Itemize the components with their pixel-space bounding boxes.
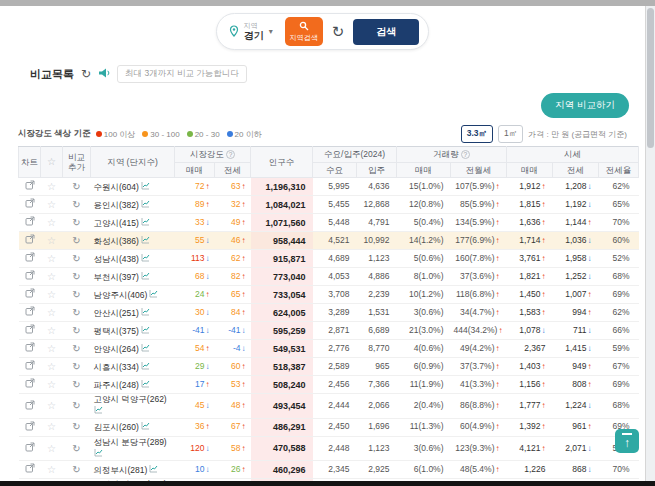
- open-chart-icon[interactable]: [25, 380, 35, 390]
- favorite-star-icon[interactable]: ☆: [47, 379, 56, 390]
- region-selector[interactable]: 지역 경기 ▾: [226, 22, 276, 41]
- open-chart-icon[interactable]: [25, 423, 35, 433]
- favorite-star-icon[interactable]: ☆: [47, 253, 56, 264]
- price-chart-icon[interactable]: [141, 422, 150, 432]
- up-arrow-icon: ↑: [496, 290, 500, 299]
- open-chart-icon[interactable]: [25, 272, 35, 282]
- scrollbar-thumb[interactable]: [647, 8, 654, 148]
- price-chart-icon[interactable]: [149, 290, 158, 300]
- compare-add-icon[interactable]: ↻: [72, 289, 80, 300]
- price-chart-icon[interactable]: [141, 200, 150, 210]
- up-arrow-icon: ↑: [542, 401, 546, 410]
- page: 지역 경기 ▾ 지역검색 ↻ 검색 비교목록 ↻: [0, 6, 645, 481]
- compare-add-icon[interactable]: ↻: [72, 443, 80, 454]
- price-chart-icon[interactable]: [141, 236, 150, 246]
- up-arrow-icon: ↑: [496, 422, 500, 431]
- favorite-star-icon[interactable]: ☆: [47, 307, 56, 318]
- refresh-button[interactable]: ↻: [332, 24, 345, 39]
- region-search-button[interactable]: 지역검색: [285, 17, 323, 46]
- compare-add-icon[interactable]: ↻: [72, 379, 80, 390]
- page-scrollbar[interactable]: [645, 6, 655, 481]
- unit-toggle-3-3[interactable]: 3.3㎡: [461, 125, 493, 143]
- favorite-star-icon[interactable]: ☆: [47, 464, 56, 475]
- up-arrow-icon: ↑: [242, 380, 246, 389]
- favorite-star-icon[interactable]: ☆: [47, 400, 56, 411]
- jeonse-ratio-cell: 65%: [599, 196, 639, 214]
- open-chart-icon[interactable]: [25, 254, 35, 264]
- compare-add-icon[interactable]: ↻: [72, 235, 80, 246]
- price-jeonse-cell: 1,415↓: [553, 340, 599, 358]
- compare-add-icon[interactable]: ↻: [72, 181, 80, 192]
- favorite-star-icon[interactable]: ☆: [47, 289, 56, 300]
- price-chart-icon[interactable]: [141, 254, 150, 264]
- price-chart-icon[interactable]: [141, 362, 150, 372]
- favorite-star-icon[interactable]: ☆: [47, 181, 56, 192]
- info-icon[interactable]: ?: [226, 150, 235, 159]
- price-jeonse-cell: 868↓: [553, 461, 599, 479]
- compare-add-icon[interactable]: ↻: [72, 307, 80, 318]
- compare-add-icon[interactable]: ↻: [72, 361, 80, 372]
- price-chart-icon[interactable]: [141, 218, 150, 228]
- legend-label: 30 - 100: [150, 130, 179, 139]
- open-chart-icon[interactable]: [25, 308, 35, 318]
- price-sale-cell: 1,078↓: [507, 322, 553, 340]
- compare-add-icon[interactable]: ↻: [72, 400, 80, 411]
- compare-regions-button[interactable]: 지역 비교하기: [541, 93, 629, 118]
- price-chart-icon[interactable]: [94, 449, 103, 459]
- compare-add-icon[interactable]: ↻: [72, 217, 80, 228]
- price-chart-icon[interactable]: [141, 380, 150, 390]
- compare-add-cell: ↻: [63, 376, 91, 394]
- compare-add-icon[interactable]: ↻: [72, 199, 80, 210]
- favorite-star-icon[interactable]: ☆: [47, 361, 56, 372]
- open-chart-icon[interactable]: [25, 200, 35, 210]
- reload-icon[interactable]: ↻: [81, 67, 91, 81]
- open-chart-icon[interactable]: [25, 290, 35, 300]
- screen: 지역 경기 ▾ 지역검색 ↻ 검색 비교목록 ↻: [0, 0, 655, 486]
- open-chart-icon[interactable]: [25, 362, 35, 372]
- trade-rent-cell: 60(4.9%)↑: [451, 418, 507, 436]
- favorite-star-icon[interactable]: ☆: [47, 421, 56, 432]
- compare-add-icon[interactable]: ↻: [72, 464, 80, 475]
- price-chart-icon[interactable]: [94, 406, 103, 416]
- open-chart-icon[interactable]: [25, 236, 35, 246]
- jeonse-ratio-cell: 62%: [599, 304, 639, 322]
- favorite-star-icon[interactable]: ☆: [47, 325, 56, 336]
- unit-toggle-1[interactable]: 1㎡: [498, 125, 523, 143]
- open-chart-icon[interactable]: [25, 218, 35, 228]
- price-chart-icon[interactable]: [141, 326, 150, 336]
- favorite-star-icon[interactable]: ☆: [47, 235, 56, 246]
- info-icon[interactable]: ?: [461, 150, 470, 159]
- price-chart-icon[interactable]: [141, 182, 150, 192]
- open-chart-icon[interactable]: [25, 465, 35, 475]
- open-chart-icon[interactable]: [25, 402, 35, 412]
- favorite-star-icon[interactable]: ☆: [47, 271, 56, 282]
- open-chart-icon[interactable]: [25, 344, 35, 354]
- search-button[interactable]: 검색: [353, 19, 419, 45]
- jeonse-ratio-cell: 66%: [599, 322, 639, 340]
- compare-add-icon[interactable]: ↻: [72, 421, 80, 432]
- compare-add-icon[interactable]: ↻: [72, 271, 80, 282]
- price-chart-icon[interactable]: [141, 344, 150, 354]
- value: 134(5.9%): [455, 217, 494, 227]
- open-chart-icon[interactable]: [25, 182, 35, 192]
- favorite-cell: ☆: [41, 322, 63, 340]
- compare-add-cell: ↻: [63, 286, 91, 304]
- open-chart-icon[interactable]: [25, 326, 35, 336]
- up-arrow-icon: ↑: [496, 344, 500, 353]
- favorite-star-icon[interactable]: ☆: [47, 199, 56, 210]
- favorite-star-icon[interactable]: ☆: [47, 343, 56, 354]
- open-chart-icon[interactable]: [25, 444, 35, 454]
- compare-add-icon[interactable]: ↻: [72, 325, 80, 336]
- scroll-to-top-button[interactable]: ↑: [615, 429, 639, 453]
- compare-add-icon[interactable]: ↻: [72, 343, 80, 354]
- market-jeonse-cell: 60↑: [215, 358, 251, 376]
- favorite-star-icon[interactable]: ☆: [47, 217, 56, 228]
- movein-cell: 1,123: [357, 436, 397, 461]
- price-chart-icon[interactable]: [141, 308, 150, 318]
- jeonse-ratio-cell: 70%: [599, 461, 639, 479]
- compare-add-icon[interactable]: ↻: [72, 253, 80, 264]
- favorite-star-icon[interactable]: ☆: [47, 443, 56, 454]
- population-cell: 733,054: [251, 286, 313, 304]
- price-chart-icon[interactable]: [141, 272, 150, 282]
- price-chart-icon[interactable]: [149, 465, 158, 475]
